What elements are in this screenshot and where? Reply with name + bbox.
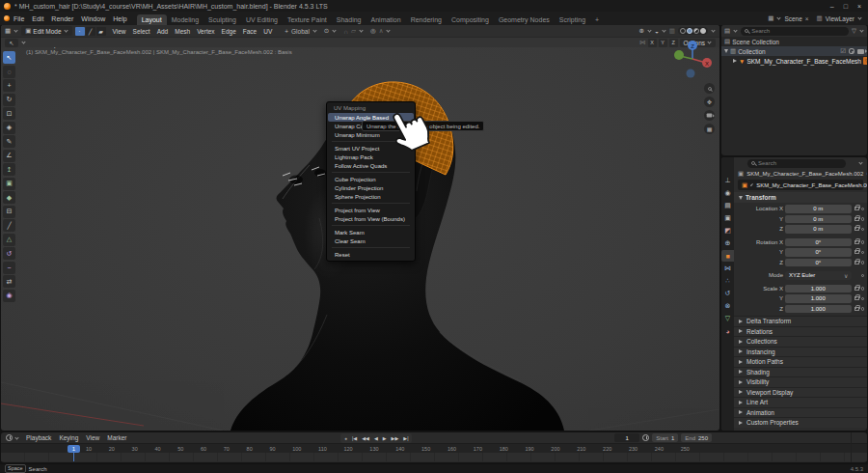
mirror-y-button[interactable]: Y bbox=[659, 39, 667, 47]
menu-item[interactable]: Help bbox=[109, 14, 130, 24]
transport-button[interactable]: ▶▶ bbox=[390, 434, 401, 442]
collapsed-panel-header[interactable]: Collections bbox=[734, 336, 867, 347]
tool-button[interactable]: ◉ bbox=[3, 290, 15, 302]
workspace-tab[interactable]: Texture Paint bbox=[283, 14, 332, 25]
face-select-button[interactable]: ▰ bbox=[96, 27, 106, 36]
vertex-select-button[interactable]: ∙ bbox=[75, 27, 85, 36]
pin-icon[interactable]: ⊚ bbox=[866, 170, 867, 178]
lock-icon[interactable] bbox=[854, 296, 859, 300]
chevron-down-icon[interactable] bbox=[14, 435, 18, 439]
context-menu-item[interactable]: Unwrap Minimum bbox=[328, 130, 414, 139]
tool-button[interactable]: ⊟ bbox=[3, 206, 15, 218]
properties-tab[interactable]: ▤ bbox=[721, 200, 734, 211]
collapsed-panel-header[interactable]: Viewport Display bbox=[734, 387, 867, 398]
frame-end-field[interactable]: End 250 bbox=[681, 433, 712, 442]
shading-material-button[interactable] bbox=[693, 28, 699, 34]
navigation-gizmo[interactable]: Z X bbox=[671, 38, 714, 80]
context-menu-item[interactable]: Reset bbox=[328, 250, 414, 259]
properties-tab[interactable]: ∴ bbox=[721, 275, 734, 287]
chevron-down-icon[interactable] bbox=[777, 15, 781, 19]
scene-selector[interactable]: Scene bbox=[784, 15, 801, 22]
properties-search-input[interactable]: Search bbox=[747, 159, 846, 168]
maximize-button[interactable]: □ bbox=[844, 3, 848, 10]
orientation-dropdown[interactable]: Global bbox=[291, 28, 310, 35]
timeline-track-area[interactable] bbox=[1, 453, 867, 461]
zoom-icon[interactable] bbox=[704, 83, 715, 94]
tool-button[interactable]: ↺ bbox=[3, 247, 15, 260]
chevron-down-icon[interactable] bbox=[647, 28, 651, 32]
proportional-edit-icon[interactable]: ◎ bbox=[370, 27, 376, 35]
editor-type-icon[interactable]: ▦ bbox=[5, 27, 11, 35]
value-field[interactable]: 0° bbox=[785, 259, 852, 267]
outliner-row-object[interactable]: ▼ SKM_My_Character_F_Base_FaceMesh ▽ bbox=[721, 56, 867, 66]
chevron-down-icon[interactable] bbox=[14, 28, 18, 32]
transform-panel-header[interactable]: Transform bbox=[734, 192, 867, 203]
timeline-menu-item[interactable]: Playback bbox=[26, 434, 51, 441]
gizmos-toggle-icon[interactable]: ⊕ bbox=[638, 27, 643, 35]
transport-button[interactable]: |◀ bbox=[350, 434, 359, 442]
menu-item[interactable]: Render bbox=[47, 14, 77, 24]
animate-dot-icon[interactable] bbox=[861, 297, 865, 301]
chevron-down-icon[interactable] bbox=[21, 40, 25, 43]
workspace-tab[interactable]: Geometry Nodes bbox=[494, 14, 555, 25]
workspace-tab[interactable]: Animation bbox=[366, 14, 406, 25]
animate-dot-icon[interactable] bbox=[861, 217, 865, 221]
lock-icon[interactable] bbox=[854, 307, 859, 311]
collapsed-panel-header[interactable]: Instancing bbox=[734, 347, 867, 357]
collapsed-panel-header[interactable]: Visibility bbox=[734, 376, 867, 387]
tool-button[interactable]: ↻ bbox=[3, 94, 15, 106]
context-menu-item[interactable]: Sphere Projection bbox=[328, 192, 414, 201]
tool-button[interactable]: ◌ bbox=[3, 66, 15, 78]
edge-select-button[interactable]: ╱ bbox=[86, 27, 95, 36]
timeline-menu-item[interactable]: View bbox=[86, 434, 99, 441]
close-button[interactable]: × bbox=[857, 3, 861, 10]
playhead-line[interactable] bbox=[73, 453, 75, 461]
render-camera-icon[interactable] bbox=[857, 49, 864, 54]
auto-keying-icon[interactable]: ● bbox=[342, 434, 349, 442]
tool-button[interactable]: ~ bbox=[3, 262, 15, 274]
workspace-tab[interactable]: Layout bbox=[137, 14, 167, 25]
chevron-down-icon[interactable] bbox=[333, 28, 337, 32]
properties-tab[interactable]: ◕ bbox=[721, 325, 734, 337]
animate-dot-icon[interactable] bbox=[861, 208, 865, 211]
properties-tab[interactable]: ⊗ bbox=[721, 300, 734, 312]
viewport-menu-item[interactable]: Add bbox=[157, 28, 169, 35]
value-field[interactable]: 1.000 bbox=[785, 285, 852, 293]
shading-wireframe-button[interactable] bbox=[680, 28, 686, 34]
viewport-menu-item[interactable]: Edge bbox=[222, 28, 236, 35]
properties-tab[interactable]: ⊕ bbox=[721, 237, 734, 249]
mirror-x-button[interactable]: X bbox=[648, 39, 657, 47]
blender-logo-icon[interactable] bbox=[4, 3, 11, 10]
context-menu-item[interactable]: Smart UV Project bbox=[328, 144, 414, 153]
animate-dot-icon[interactable] bbox=[861, 261, 865, 264]
falloff-icon[interactable]: ∧ bbox=[379, 27, 384, 35]
chevron-down-icon[interactable] bbox=[858, 160, 862, 164]
chevron-down-icon[interactable] bbox=[359, 28, 363, 32]
timeline-menu-item[interactable]: Marker bbox=[107, 434, 126, 441]
properties-tab[interactable]: ⋈ bbox=[721, 263, 734, 274]
tool-button[interactable]: ◈ bbox=[3, 122, 15, 134]
tool-button[interactable]: ▣ bbox=[3, 178, 15, 190]
snap-magnet-icon[interactable]: ∩ bbox=[343, 28, 348, 35]
chevron-down-icon[interactable] bbox=[662, 28, 665, 32]
object-name-field[interactable]: ▣ SKM_My_Character_F_Base_FaceMesh.002 bbox=[738, 180, 863, 190]
workspace-tab[interactable]: Shading bbox=[332, 14, 366, 25]
menu-item[interactable]: File bbox=[10, 14, 28, 24]
chevron-down-icon[interactable] bbox=[711, 28, 715, 32]
workspace-tab[interactable]: Sculpting bbox=[203, 14, 241, 25]
viewport-menu-item[interactable]: View bbox=[113, 28, 126, 35]
playhead[interactable]: 1 bbox=[68, 445, 80, 453]
pan-hand-icon[interactable]: ✥ bbox=[704, 97, 715, 107]
properties-tab[interactable]: ◉ bbox=[721, 187, 734, 199]
collapsed-panel-header[interactable]: Motion Paths bbox=[734, 356, 867, 367]
animate-dot-icon[interactable] bbox=[861, 274, 865, 278]
properties-tab[interactable]: ◩ bbox=[721, 225, 734, 236]
tool-button[interactable]: ↥ bbox=[3, 163, 15, 176]
tool-button[interactable]: △ bbox=[3, 234, 15, 246]
tool-button[interactable]: ╱ bbox=[3, 219, 15, 232]
lock-icon[interactable] bbox=[854, 207, 859, 210]
properties-tab[interactable]: ⊥ bbox=[721, 175, 734, 186]
context-menu-item[interactable]: Project from View (Bounds) bbox=[328, 214, 414, 223]
chevron-down-icon[interactable] bbox=[387, 28, 391, 32]
workspace-tab[interactable]: + bbox=[590, 14, 604, 25]
